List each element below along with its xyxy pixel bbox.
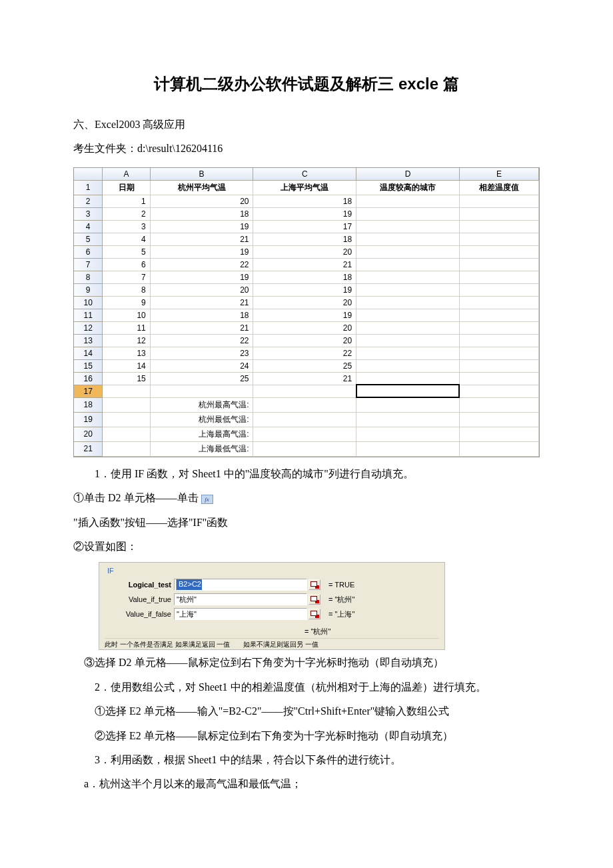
data-cell <box>356 359 460 372</box>
row-header: 2 <box>74 195 103 207</box>
data-cell: 19 <box>253 207 356 220</box>
data-cell: 19 <box>150 220 253 233</box>
table-row: 871918 <box>74 271 539 283</box>
data-cell <box>356 372 460 385</box>
data-cell <box>356 220 460 233</box>
table-row: 17 <box>74 385 539 397</box>
header-shanghai: 上海平均气温 <box>253 180 356 195</box>
label-hz-max: 杭州最高气温: <box>150 397 253 412</box>
data-cell: 20 <box>253 321 356 334</box>
data-cell <box>459 258 538 271</box>
value-false-eval: = "上海" <box>328 609 354 619</box>
question-2: 2．使用数组公式，对 Sheet1 中的相差温度值（杭州相对于上海的温差）进行填… <box>73 677 540 697</box>
ref-select-icon[interactable] <box>308 609 320 619</box>
data-cell: 22 <box>150 334 253 347</box>
data-cell <box>356 233 460 245</box>
header-diff: 相差温度值 <box>459 180 538 195</box>
table-row: 321819 <box>74 207 539 220</box>
data-cell: 13 <box>103 347 150 359</box>
value-false-row: Value_if_false = "上海" <box>105 608 439 620</box>
table-row: 21上海最低气温: <box>74 441 539 456</box>
data-cell: 18 <box>253 233 356 245</box>
table-row: 12112120 <box>74 321 539 334</box>
data-cell: 23 <box>150 347 253 359</box>
value-true-label: Value_if_true <box>105 595 174 603</box>
header-city: 温度较高的城市 <box>356 180 460 195</box>
question-1: 1．使用 IF 函数，对 Sheet1 中的"温度较高的城市"列进行自动填充。 <box>73 464 540 484</box>
data-cell <box>356 309 460 321</box>
data-cell <box>459 334 538 347</box>
excel-screenshot: A B C D E 1 日期 杭州平均气温 上海平均气温 温度较高的城市 相差温… <box>73 167 540 457</box>
data-cell: 14 <box>103 359 150 372</box>
page-title: 计算机二级办公软件试题及解析三 excle 篇 <box>73 73 540 95</box>
data-cell <box>356 347 460 359</box>
logical-test-input[interactable]: B2>C2 <box>174 579 307 591</box>
logical-test-label: Logical_test <box>105 581 174 589</box>
q1-step3: ③选择 D2 单元格——鼠标定位到右下角变为十字光标时拖动（即自动填充） <box>73 653 540 673</box>
data-cell: 19 <box>253 309 356 321</box>
col-header-c: C <box>253 168 356 181</box>
row-header: 19 <box>74 412 103 427</box>
ref-select-icon[interactable] <box>308 594 320 605</box>
row-header: 18 <box>74 397 103 412</box>
row-header: 20 <box>74 427 103 441</box>
ref-select-icon[interactable] <box>308 579 320 590</box>
data-cell: 21 <box>253 258 356 271</box>
table-row: 212018 <box>74 195 539 207</box>
row-header: 21 <box>74 441 103 456</box>
data-cell: 25 <box>253 359 356 372</box>
q1-step2: ②设置如图： <box>73 537 540 557</box>
data-cell: 17 <box>253 220 356 233</box>
logical-test-value: B2>C2 <box>176 579 203 591</box>
label-sh-max: 上海最高气温: <box>150 427 253 441</box>
q2-step2: ②选择 E2 单元格——鼠标定位到右下角变为十字光标时拖动（即自动填充） <box>73 726 540 746</box>
data-cell: 18 <box>150 309 253 321</box>
table-row: 13122220 <box>74 334 539 347</box>
table-row: 16152521 <box>74 372 539 385</box>
data-cell <box>356 195 460 207</box>
table-row: 1092120 <box>74 296 539 309</box>
table-row: 11101819 <box>74 309 539 321</box>
data-cell: 18 <box>150 207 253 220</box>
data-cell: 19 <box>150 271 253 283</box>
table-row: 542118 <box>74 233 539 245</box>
value-true-input[interactable] <box>174 593 307 605</box>
data-cell: 21 <box>150 321 253 334</box>
data-cell: 1 <box>103 195 150 207</box>
data-cell <box>459 271 538 283</box>
table-row: 1 日期 杭州平均气温 上海平均气温 温度较高的城市 相差温度值 <box>74 180 539 195</box>
data-cell <box>459 207 538 220</box>
row-header: 5 <box>74 233 103 245</box>
row-header: 3 <box>74 207 103 220</box>
data-cell: 25 <box>150 372 253 385</box>
footer-text-1: 此时 一个条件是否满足 如果满足返回 一值 <box>105 640 230 649</box>
table-row: 18杭州最高气温: <box>74 397 539 412</box>
data-cell <box>459 283 538 296</box>
data-cell: 8 <box>103 283 150 296</box>
data-cell: 24 <box>150 359 253 372</box>
table-row: 762221 <box>74 258 539 271</box>
data-cell: 9 <box>103 296 150 309</box>
data-cell: 18 <box>253 195 356 207</box>
data-cell: 4 <box>103 233 150 245</box>
value-false-input[interactable] <box>174 608 307 620</box>
row-header: 8 <box>74 271 103 283</box>
question-3: 3．利用函数，根据 Sheet1 中的结果，符合以下条件的进行统计。 <box>73 750 540 770</box>
data-cell: 18 <box>253 271 356 283</box>
dialog-title: IF <box>105 565 439 579</box>
table-row: 19杭州最低气温: <box>74 412 539 427</box>
data-cell <box>459 321 538 334</box>
table-row: 14132322 <box>74 347 539 359</box>
value-false-label: Value_if_false <box>105 610 174 618</box>
row-header: 14 <box>74 347 103 359</box>
data-cell: 20 <box>253 296 356 309</box>
row-header: 9 <box>74 283 103 296</box>
table-row: 20上海最高气温: <box>74 427 539 441</box>
data-cell: 22 <box>150 258 253 271</box>
if-function-dialog: IF Logical_test B2>C2 = TRUE Value_if_tr… <box>99 562 445 650</box>
data-cell: 19 <box>150 245 253 258</box>
data-cell: 21 <box>150 296 253 309</box>
data-cell <box>459 309 538 321</box>
data-cell: 12 <box>103 334 150 347</box>
value-true-eval: = "杭州" <box>328 595 354 605</box>
